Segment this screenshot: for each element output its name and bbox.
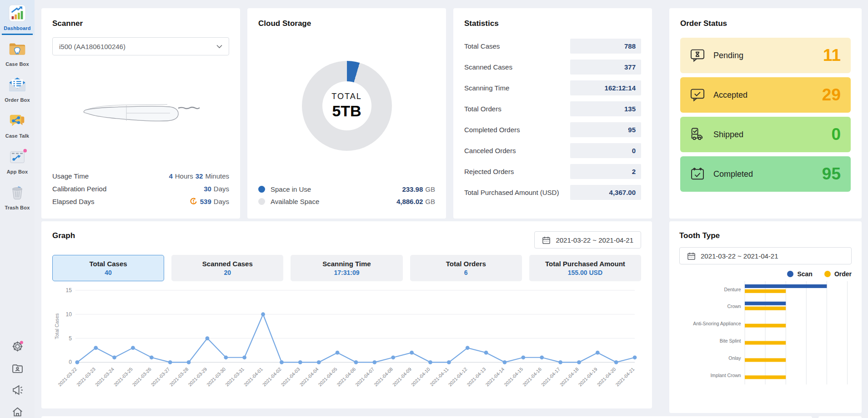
calibration-period-row: Calibration Period 30 Days	[52, 182, 229, 195]
svg-text:2021-04-12: 2021-04-12	[447, 367, 468, 388]
svg-text:2021-03-30: 2021-03-30	[206, 367, 227, 388]
svg-text:2021-04-11: 2021-04-11	[429, 367, 450, 387]
tab-label: Total Orders	[446, 260, 486, 268]
tab-total-orders[interactable]: Total Orders6	[410, 255, 522, 281]
dashboard-icon	[7, 3, 27, 23]
order-box-icon	[7, 75, 27, 95]
stat-label: Scanned Cases	[464, 63, 512, 71]
stat-label: Scanning Time	[464, 84, 509, 92]
stat-row-scanning-time: Scanning Time162:12:14	[464, 77, 641, 98]
svg-text:5: 5	[69, 335, 72, 342]
sidebar-item-dashboard[interactable]: Dashboard	[0, 0, 35, 35]
stat-row-total-purchased: Total Purchased Amount (USD)4,367.00	[464, 182, 641, 203]
sidebar-item-case-talk[interactable]: Case Talk	[0, 108, 35, 143]
stat-label: Total Purchased Amount (USD)	[464, 189, 559, 196]
order-status-row-pending[interactable]: Pending 11	[680, 38, 851, 73]
tab-value: 17:31:09	[334, 269, 359, 276]
graph-date-range-value: 2021-03-22 ~ 2021-04-21	[556, 236, 633, 244]
tab-scanned-cases[interactable]: Scanned Cases20	[171, 255, 283, 281]
settings-gear-icon[interactable]	[11, 340, 24, 353]
svg-text:2021-04-01: 2021-04-01	[243, 367, 264, 388]
svg-text:Total Cases: Total Cases	[54, 313, 60, 339]
stat-value: 4,367.00	[570, 185, 641, 200]
sidebar-item-trash-box[interactable]: Trash Box	[0, 179, 35, 214]
chevron-down-icon	[216, 45, 222, 49]
tooth-type-date-range-picker[interactable]: 2021-03-22 ~ 2021-04-21	[679, 247, 852, 264]
tab-total-cases[interactable]: Total Cases40	[52, 255, 164, 281]
order-status-count: 0	[831, 125, 841, 144]
tab-scanning-time[interactable]: Scanning Time17:31:09	[291, 255, 402, 281]
order-status-row-accepted[interactable]: Accepted 29	[680, 77, 851, 113]
completed-calendar-check-icon	[689, 166, 706, 182]
tab-label: Scanned Cases	[202, 260, 253, 268]
svg-text:Implant Crown: Implant Crown	[710, 373, 741, 378]
usage-minutes-unit: Minutes	[205, 172, 229, 180]
tooth-type-bar-chart: DentureCrownAnti-Snoring ApplianceBite S…	[679, 279, 852, 388]
stat-label: Completed Orders	[464, 126, 520, 134]
announcements-megaphone-icon[interactable]	[11, 384, 24, 396]
svg-text:Onlay: Onlay	[728, 356, 741, 361]
sidebar-item-app-box[interactable]: App Box	[0, 144, 35, 179]
order-status-card: Order Status Pending 11	[669, 8, 862, 219]
stat-value: 377	[570, 60, 641, 75]
calendar-icon	[542, 236, 551, 244]
order-status-row-shipped[interactable]: Shipped 0	[680, 117, 851, 152]
sidebar-item-case-box[interactable]: Case Box	[0, 36, 35, 71]
svg-text:2021-04-16: 2021-04-16	[522, 367, 543, 388]
tab-total-purchased-amount[interactable]: Total Purchased Amount155.00 USD	[529, 255, 641, 281]
elapsed-unit: Days	[214, 198, 229, 205]
order-status-row-completed[interactable]: Completed 95	[680, 156, 851, 192]
tab-value: 40	[105, 269, 112, 276]
tooth-type-date-range-value: 2021-03-22 ~ 2021-04-21	[701, 252, 778, 260]
next-card-peek	[818, 416, 862, 418]
space-in-use-label: Space in Use	[271, 185, 311, 193]
elapsed-value: 539	[200, 198, 211, 205]
graph-tabs: Total Cases40 Scanned Cases20 Scanning T…	[52, 255, 641, 281]
svg-text:Denture: Denture	[724, 287, 741, 292]
tab-label: Total Cases	[90, 260, 127, 268]
elapsed-days-row: Elapsed Days 539 Days	[52, 195, 229, 208]
usage-hours-value: 4	[169, 172, 172, 180]
home-icon[interactable]	[11, 406, 24, 418]
graph-date-range-picker[interactable]: 2021-03-22 ~ 2021-04-21	[534, 231, 641, 249]
order-status-title: Order Status	[680, 19, 851, 28]
space-in-use-value: 233.98	[402, 185, 423, 193]
stat-label: Total Cases	[464, 42, 500, 50]
sidebar-item-order-box[interactable]: Order Box	[0, 72, 35, 107]
cloud-storage-title: Cloud Storage	[258, 19, 435, 28]
tab-value: 155.00 USD	[568, 269, 602, 276]
tab-value: 6	[464, 269, 468, 276]
stat-row-total-cases: Total Cases788	[464, 35, 641, 56]
sidebar-item-label: Order Box	[5, 97, 30, 103]
svg-text:2021-04-17: 2021-04-17	[540, 367, 561, 388]
graph-title: Graph	[52, 231, 75, 240]
pending-bubble-hourglass-icon	[689, 47, 706, 64]
stat-value: 788	[570, 39, 641, 54]
stat-value: 162:12:14	[570, 80, 641, 95]
svg-text:Crown: Crown	[727, 304, 741, 309]
space-in-use-dot	[258, 186, 265, 193]
scan-dot	[787, 271, 793, 277]
order-status-label: Completed	[713, 169, 753, 179]
contacts-folder-icon[interactable]	[11, 362, 24, 374]
usage-minutes-value: 32	[196, 172, 203, 180]
stat-row-total-orders: Total Orders135	[464, 98, 641, 119]
svg-text:2021-04-05: 2021-04-05	[317, 367, 338, 388]
scanner-select[interactable]: i500 (AA1806100246)	[52, 37, 229, 55]
svg-text:2021-04-13: 2021-04-13	[466, 367, 487, 388]
svg-text:2021-04-02: 2021-04-02	[261, 367, 282, 388]
svg-text:2021-04-08: 2021-04-08	[373, 367, 394, 388]
elapsed-label: Elapsed Days	[52, 198, 95, 205]
svg-text:2021-03-25: 2021-03-25	[113, 367, 134, 388]
space-in-use-unit: GB	[425, 185, 435, 193]
statistics-title: Statistics	[464, 19, 641, 28]
next-row-cards-peek	[41, 416, 862, 418]
svg-text:2021-04-14: 2021-04-14	[485, 367, 506, 388]
calendar-icon	[687, 252, 696, 260]
svg-text:2021-04-07: 2021-04-07	[355, 367, 376, 388]
order-status-label: Accepted	[713, 90, 748, 100]
stat-value: 135	[570, 101, 641, 116]
app-window: Dashboard Case Box Order Box Case Talk A…	[0, 0, 868, 418]
order-status-label: Shipped	[713, 130, 743, 139]
donut-center-label: TOTAL	[331, 92, 361, 101]
